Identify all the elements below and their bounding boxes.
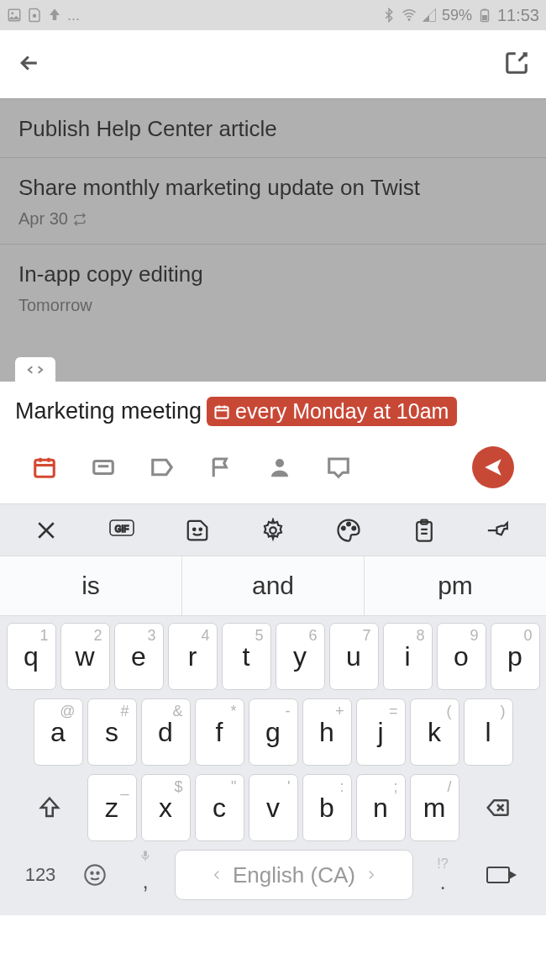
cloud-icon: [47, 8, 62, 23]
key-d[interactable]: &d: [141, 698, 191, 766]
key-i[interactable]: 8i: [383, 623, 433, 690]
clock: 11:53: [497, 6, 539, 25]
key-x[interactable]: $x: [141, 774, 191, 841]
priority-button[interactable]: [208, 455, 234, 480]
status-left: ...: [7, 7, 80, 24]
svg-point-2: [33, 14, 37, 18]
suggestion[interactable]: pm: [365, 556, 546, 615]
settings-button[interactable]: [260, 518, 286, 543]
spacebar-label: English (CA): [233, 862, 355, 888]
battery-icon: [477, 8, 492, 23]
key-h[interactable]: +h: [302, 698, 352, 766]
key-b[interactable]: :b: [302, 774, 352, 841]
gif-button[interactable]: GIF: [109, 518, 134, 543]
submit-button[interactable]: [472, 446, 514, 488]
drag-handle[interactable]: [15, 357, 55, 382]
status-right: 59% 11:53: [381, 6, 539, 25]
chevron-left-icon: [209, 867, 224, 883]
calendar-icon: [213, 403, 230, 420]
key-v[interactable]: 'v: [249, 774, 298, 841]
key-y[interactable]: 6y: [276, 623, 325, 690]
svg-point-17: [347, 522, 350, 525]
keyboard-row: 1q2w3e4r5t6y7u8i9o0p: [3, 623, 543, 690]
svg-rect-8: [35, 460, 55, 477]
key-s[interactable]: #s: [87, 698, 137, 766]
clipboard-button[interactable]: [412, 518, 437, 543]
app-bar: [0, 30, 546, 98]
project-button[interactable]: [91, 455, 116, 480]
background-tasks: Publish Help Center article Share monthl…: [0, 98, 546, 382]
close-keyboard-button[interactable]: [34, 518, 59, 543]
task-input-text: Marketing meeting: [15, 398, 202, 424]
signal-icon: [422, 8, 437, 23]
key-e[interactable]: 3e: [114, 623, 164, 690]
wifi-icon: [402, 8, 417, 23]
key-w[interactable]: 2w: [60, 623, 110, 690]
bluetooth-icon: [381, 8, 396, 23]
key-f[interactable]: *f: [195, 698, 244, 766]
key-k[interactable]: (k: [410, 698, 459, 766]
enter-key[interactable]: [472, 851, 531, 899]
label-button[interactable]: [150, 455, 175, 480]
key-j[interactable]: =j: [356, 698, 406, 766]
numeric-key[interactable]: 123: [15, 851, 66, 899]
svg-point-23: [97, 872, 98, 874]
schedule-chip-label: every Monday at 10am: [235, 399, 449, 424]
schedule-chip[interactable]: every Monday at 10am: [207, 397, 457, 426]
comment-button[interactable]: [326, 455, 351, 480]
open-external-button[interactable]: [504, 50, 529, 79]
spacebar[interactable]: English (CA): [175, 850, 413, 900]
key-c[interactable]: "c: [195, 774, 244, 841]
key-l[interactable]: )l: [464, 698, 513, 766]
chevron-right-icon: [364, 867, 379, 883]
image-icon: [7, 8, 22, 23]
key-t[interactable]: 5t: [222, 623, 271, 690]
svg-point-21: [85, 865, 104, 884]
suggestion[interactable]: is: [0, 556, 182, 615]
suggestion[interactable]: and: [182, 556, 365, 615]
svg-point-1: [11, 12, 13, 14]
key-o[interactable]: 9o: [437, 623, 486, 690]
svg-rect-6: [483, 9, 487, 11]
punctuation-key[interactable]: !? .: [422, 851, 464, 899]
svg-point-18: [352, 526, 355, 530]
svg-point-15: [270, 527, 276, 534]
assign-button[interactable]: [267, 455, 292, 480]
keyboard-toolbar: GIF: [0, 503, 546, 556]
svg-rect-7: [216, 407, 228, 418]
battery-percent: 59%: [442, 7, 472, 24]
back-button[interactable]: [17, 50, 42, 79]
svg-point-3: [408, 19, 410, 21]
status-bar: ... 59% 11:53: [0, 0, 546, 30]
keyboard-row: _z$x"c'v:b;n/m: [3, 774, 543, 841]
status-more: ...: [67, 7, 80, 24]
key-p[interactable]: 0p: [491, 623, 540, 690]
comma-key[interactable]: ,: [124, 851, 166, 899]
key-m[interactable]: /m: [410, 774, 459, 841]
sticker-button[interactable]: [185, 518, 210, 543]
key-g[interactable]: -g: [249, 698, 298, 766]
key-a[interactable]: @a: [34, 698, 83, 766]
svg-text:GIF: GIF: [115, 524, 129, 534]
date-button[interactable]: [32, 455, 57, 480]
backspace-key[interactable]: [464, 774, 531, 841]
emoji-key[interactable]: [74, 851, 116, 899]
quick-add-actions: [15, 426, 531, 503]
send-icon: [482, 456, 504, 478]
keyboard-bottom-row: 123 , English (CA) !? .: [3, 850, 543, 904]
pin-button[interactable]: [487, 518, 512, 543]
key-q[interactable]: 1q: [7, 623, 56, 690]
key-z[interactable]: _z: [87, 774, 137, 841]
keyboard: GIF is and pm 1q2w3e4r5t6y7u8i9o0p @a#s&…: [0, 503, 546, 915]
keyboard-row: @a#s&d*f-g+h=j(k)l: [3, 698, 543, 766]
key-r[interactable]: 4r: [168, 623, 218, 690]
theme-button[interactable]: [336, 518, 361, 543]
key-u[interactable]: 7u: [329, 623, 379, 690]
keyboard-suggestions: is and pm: [0, 556, 546, 616]
key-n[interactable]: ;n: [356, 774, 406, 841]
quick-add-panel: Marketing meeting every Monday at 10am: [0, 382, 546, 503]
svg-point-22: [91, 872, 92, 874]
svg-point-14: [200, 528, 202, 530]
shift-key[interactable]: [16, 774, 83, 841]
task-input[interactable]: Marketing meeting every Monday at 10am: [15, 397, 531, 426]
